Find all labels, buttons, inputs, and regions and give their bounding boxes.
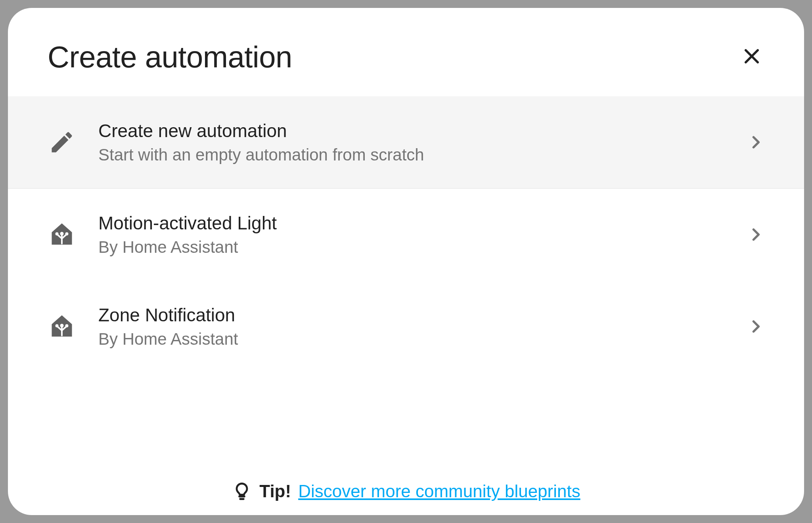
automation-options-list: Create new automation Start with an empt… bbox=[8, 96, 804, 470]
dialog-title: Create automation bbox=[48, 40, 292, 74]
lightbulb-icon bbox=[232, 481, 252, 502]
create-automation-dialog: Create automation Create new automation … bbox=[8, 8, 804, 515]
svg-point-11 bbox=[60, 324, 63, 327]
pencil-icon bbox=[48, 128, 76, 157]
chevron-right-icon bbox=[747, 134, 764, 151]
close-icon bbox=[741, 46, 762, 68]
option-motion-activated-light[interactable]: Motion-activated Light By Home Assistant bbox=[8, 189, 804, 281]
svg-point-5 bbox=[60, 232, 63, 235]
chevron-right-icon bbox=[747, 318, 764, 335]
option-text: Motion-activated Light By Home Assistant bbox=[98, 212, 725, 257]
option-text: Zone Notification By Home Assistant bbox=[98, 304, 725, 349]
option-zone-notification[interactable]: Zone Notification By Home Assistant bbox=[8, 281, 804, 372]
home-assistant-icon bbox=[48, 220, 76, 249]
chevron-right-icon bbox=[747, 226, 764, 243]
option-subtitle: By Home Assistant bbox=[98, 330, 725, 349]
discover-blueprints-link[interactable]: Discover more community blueprints bbox=[298, 481, 580, 501]
option-subtitle: Start with an empty automation from scra… bbox=[98, 145, 725, 164]
tip-bar: Tip! Discover more community blueprints bbox=[8, 470, 804, 515]
svg-point-12 bbox=[56, 324, 59, 327]
option-subtitle: By Home Assistant bbox=[98, 238, 725, 257]
close-button[interactable] bbox=[739, 44, 764, 70]
svg-point-13 bbox=[65, 324, 69, 327]
option-title: Motion-activated Light bbox=[98, 212, 725, 234]
svg-point-6 bbox=[56, 232, 59, 235]
svg-point-7 bbox=[65, 232, 69, 235]
home-assistant-icon bbox=[48, 312, 76, 341]
option-title: Create new automation bbox=[98, 120, 725, 141]
dialog-header: Create automation bbox=[8, 8, 804, 96]
option-title: Zone Notification bbox=[98, 304, 725, 326]
option-text: Create new automation Start with an empt… bbox=[98, 120, 725, 164]
tip-label: Tip! bbox=[259, 481, 291, 501]
option-create-new-automation[interactable]: Create new automation Start with an empt… bbox=[8, 96, 804, 189]
